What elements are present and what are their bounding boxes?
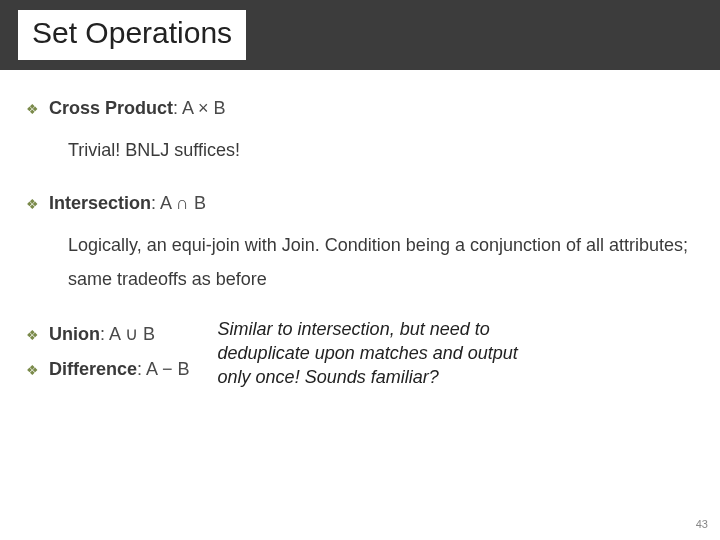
bullet-expression: : A ∩ B bbox=[151, 193, 206, 213]
bullet-cross-product: ❖ Cross Product: A × B Trivial! BNLJ suf… bbox=[26, 98, 694, 167]
bullet-subtext: Trivial! BNLJ suffices! bbox=[68, 133, 694, 167]
title-box: Set Operations bbox=[18, 10, 246, 60]
diamond-bullet-icon: ❖ bbox=[26, 362, 39, 379]
bullet-label: Intersection bbox=[49, 193, 151, 213]
bullet-line: ❖ Intersection: A ∩ B bbox=[26, 193, 694, 214]
bullet-label: Union bbox=[49, 324, 100, 344]
annotation-text: Similar to intersection, but need to ded… bbox=[218, 317, 538, 390]
diamond-bullet-icon: ❖ bbox=[26, 196, 39, 213]
bullet-expression: : A × B bbox=[173, 98, 226, 118]
bullet-expression: : A ∪ B bbox=[100, 324, 155, 344]
diamond-bullet-icon: ❖ bbox=[26, 327, 39, 344]
lower-left-bullets: ❖ Union: A ∪ B ❖ Difference: A − B bbox=[26, 323, 190, 394]
slide: Set Operations ❖ Cross Product: A × B Tr… bbox=[0, 0, 720, 540]
bullet-label: Cross Product bbox=[49, 98, 173, 118]
page-title: Set Operations bbox=[32, 16, 232, 49]
bullet-label: Difference bbox=[49, 359, 137, 379]
page-number: 43 bbox=[696, 518, 708, 530]
lower-row: ❖ Union: A ∪ B ❖ Difference: A − B Simil… bbox=[26, 323, 694, 394]
bullet-union: ❖ Union: A ∪ B bbox=[26, 323, 190, 345]
content-area: ❖ Cross Product: A × B Trivial! BNLJ suf… bbox=[0, 70, 720, 394]
bullet-difference: ❖ Difference: A − B bbox=[26, 359, 190, 380]
bullet-subtext: Logically, an equi-join with Join. Condi… bbox=[68, 228, 694, 296]
bullet-line: ❖ Cross Product: A × B bbox=[26, 98, 694, 119]
header-bar: Set Operations bbox=[0, 0, 720, 70]
bullet-expression: : A − B bbox=[137, 359, 190, 379]
bullet-intersection: ❖ Intersection: A ∩ B Logically, an equi… bbox=[26, 193, 694, 296]
diamond-bullet-icon: ❖ bbox=[26, 101, 39, 118]
